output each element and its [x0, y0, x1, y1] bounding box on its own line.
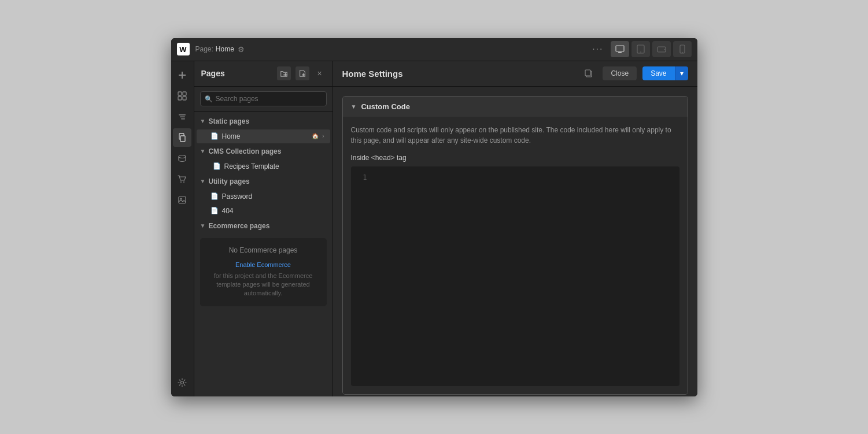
enable-ecommerce-link[interactable]: Enable Ecommerce	[235, 261, 291, 268]
cms-page-icon: 📄	[213, 162, 221, 170]
svg-rect-13	[183, 97, 186, 100]
page-name: Home	[216, 45, 234, 53]
pages-panel: Pages × 🔍 ▼ Static pages	[194, 61, 333, 396]
pages-panel-close-button[interactable]: ×	[314, 68, 326, 79]
404-page-label: 404	[222, 207, 324, 215]
custom-code-arrow-icon: ▼	[351, 103, 357, 110]
code-editor[interactable]: 1	[351, 166, 679, 386]
svg-rect-1	[618, 52, 622, 53]
pages-search-area: 🔍	[194, 87, 333, 112]
ecommerce-empty-title: No Ecommerce pages	[206, 246, 321, 254]
line-numbers: 1	[358, 172, 367, 380]
svg-rect-30	[585, 70, 590, 76]
svg-point-3	[640, 51, 641, 53]
ecommerce-icon[interactable]	[173, 170, 191, 188]
svg-point-7	[682, 52, 683, 53]
custom-code-description: Custom code and scripts will only appear…	[351, 125, 679, 146]
tablet-view-icon[interactable]	[631, 41, 650, 57]
custom-code-section-header[interactable]: ▼ Custom Code	[343, 97, 688, 117]
pages-list: ▼ Static pages 📄 Home 🏠 › ▼ CMS Collecti…	[194, 112, 333, 396]
ecommerce-pages-section-header[interactable]: ▼ Ecommerce pages	[194, 218, 333, 233]
svg-rect-0	[616, 46, 624, 51]
pages-panel-title: Pages	[201, 69, 272, 78]
cms-pages-section-header[interactable]: ▼ CMS Collection pages	[194, 144, 333, 159]
svg-rect-14	[179, 114, 186, 116]
recipes-template-item[interactable]: 📄 Recipes Template	[197, 159, 330, 173]
svg-rect-12	[178, 97, 182, 100]
home-page-item[interactable]: 📄 Home 🏠 ›	[197, 129, 330, 143]
pages-icon[interactable]	[173, 128, 191, 147]
page-label: Page:	[195, 45, 213, 53]
cms-pages-arrow-icon: ▼	[200, 148, 206, 154]
svg-point-20	[180, 181, 182, 183]
ecommerce-empty-state: No Ecommerce pages Enable Ecommerce for …	[200, 238, 327, 306]
custom-code-section: ▼ Custom Code Custom code and scripts wi…	[342, 96, 688, 395]
svg-point-5	[664, 49, 665, 50]
pages-panel-header: Pages ×	[194, 61, 333, 87]
svg-rect-10	[178, 92, 182, 95]
page-settings-icon[interactable]: ⚙	[238, 45, 245, 54]
cms-icon[interactable]	[173, 149, 191, 168]
settings-icon[interactable]	[173, 373, 191, 392]
404-page-icon: 📄	[210, 207, 219, 214]
svg-rect-26	[283, 75, 287, 76]
svg-rect-18	[180, 136, 185, 142]
static-pages-arrow-icon: ▼	[200, 118, 206, 124]
password-page-item[interactable]: 📄 Password	[197, 190, 330, 203]
svg-rect-9	[179, 75, 186, 76]
svg-rect-16	[181, 118, 185, 120]
svg-point-23	[180, 198, 182, 199]
utility-pages-arrow-icon: ▼	[200, 178, 206, 184]
svg-point-21	[183, 181, 184, 183]
password-page-icon: 📄	[210, 192, 219, 200]
new-page-button[interactable]	[296, 66, 309, 80]
ecommerce-pages-label: Ecommerce pages	[208, 222, 269, 230]
custom-code-body: Custom code and scripts will only appear…	[343, 117, 688, 394]
static-pages-section-header[interactable]: ▼ Static pages	[194, 114, 333, 129]
main-layout: Pages × 🔍 ▼ Static pages	[171, 61, 697, 396]
ecommerce-pages-arrow-icon: ▼	[200, 222, 206, 229]
404-page-item[interactable]: 📄 404	[197, 204, 330, 218]
top-bar: W Page: Home ⚙ ···	[171, 38, 697, 61]
view-icons	[611, 41, 692, 57]
svg-rect-11	[183, 92, 186, 95]
home-page-label: Home	[222, 132, 309, 140]
add-element-icon[interactable]	[173, 66, 191, 84]
settings-panel: Home Settings Close Save ▾ ▼ Custom Code	[333, 61, 697, 396]
code-content[interactable]	[373, 172, 673, 380]
svg-rect-15	[180, 116, 185, 117]
mobile-portrait-view-icon[interactable]	[673, 41, 692, 57]
navigator-icon[interactable]	[173, 107, 191, 126]
svg-rect-28	[302, 75, 305, 76]
utility-pages-label: Utility pages	[208, 177, 249, 186]
recipes-template-label: Recipes Template	[224, 162, 279, 170]
assets-icon[interactable]	[173, 191, 191, 209]
svg-point-24	[181, 381, 184, 384]
more-options-icon[interactable]: ···	[592, 44, 603, 54]
custom-code-title: Custom Code	[361, 102, 410, 111]
settings-close-button[interactable]: Close	[603, 66, 637, 80]
save-dropdown-button[interactable]: ▾	[675, 66, 688, 80]
ecommerce-empty-desc: for this project and the Ecommerce templ…	[206, 272, 321, 298]
new-folder-button[interactable]	[277, 66, 291, 80]
webflow-logo: W	[177, 43, 190, 55]
search-input[interactable]	[200, 91, 327, 106]
search-icon: 🔍	[205, 95, 213, 102]
app-window: W Page: Home ⚙ ···	[171, 38, 697, 396]
mobile-landscape-view-icon[interactable]	[652, 41, 671, 57]
utility-pages-section-header[interactable]: ▼ Utility pages	[194, 174, 333, 189]
save-button[interactable]: Save	[642, 66, 674, 80]
icon-sidebar	[171, 61, 194, 396]
components-icon[interactable]	[173, 87, 191, 105]
svg-rect-22	[179, 196, 186, 203]
page-icon: 📄	[210, 132, 219, 140]
settings-body: ▼ Custom Code Custom code and scripts wi…	[333, 87, 697, 396]
settings-title: Home Settings	[342, 69, 575, 79]
settings-header: Home Settings Close Save ▾	[333, 61, 697, 87]
static-pages-label: Static pages	[208, 117, 249, 125]
desktop-view-icon[interactable]	[611, 41, 629, 57]
copy-settings-button[interactable]	[581, 65, 597, 81]
svg-point-19	[179, 155, 186, 158]
cms-pages-label: CMS Collection pages	[208, 147, 281, 155]
head-tag-label: Inside <head> tag	[351, 154, 679, 162]
